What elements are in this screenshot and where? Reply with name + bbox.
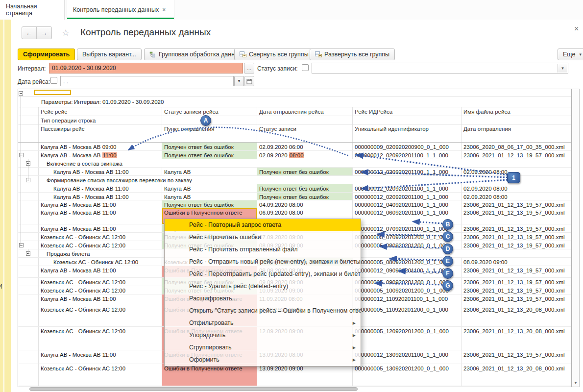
cell-filename[interactable]: 23006_2021_01_12_13_19_57_000.xml (462, 278, 572, 286)
cell-status[interactable]: Калуга АВ (162, 184, 257, 192)
cell-identifier[interactable]: 000000012_020920201100_1_1_000 (353, 193, 462, 200)
menu-item[interactable]: Оформить▶ (165, 354, 361, 366)
menu-item[interactable]: Рейс - Удалить рейс (deleted-entry) (165, 280, 361, 293)
table-row[interactable]: Калуга АВ - Москва АВ 11:00Получен ответ… (18, 151, 571, 159)
menu-item[interactable]: Отфильтровать▶ (165, 317, 361, 329)
cell-filename[interactable]: 02.09.2020 08:00 (462, 184, 572, 192)
cell-flight[interactable]: Козельск АС - Обнинск АС 12:00 (39, 233, 162, 241)
cell-filename[interactable]: 23006_2021_01_12_13_19_57_000.xml (462, 286, 572, 294)
collapse-toggle[interactable] (19, 153, 24, 157)
cell-departure[interactable]: Получен ответ без ошибок (257, 168, 353, 175)
cell-filename[interactable]: 23006_2021_01_12_13_19_57_000.xml (462, 241, 572, 249)
cell-flight[interactable]: Калуга АВ - Москва АВ 11:00 (39, 184, 162, 192)
more-button[interactable]: Еще ▾ (558, 49, 583, 60)
favorite-star-icon[interactable]: ☆ (62, 27, 70, 38)
cell-flight[interactable]: Калуга АВ - Москва АВ 09:00 (39, 143, 162, 150)
back-arrow-icon[interactable]: ← (22, 27, 37, 39)
cell-flight[interactable]: Козельск АС - Обнинск АС 12:00 (39, 258, 162, 266)
cell-identifier[interactable]: 000000005_120920201200_0_1_000 (353, 327, 462, 350)
table-row[interactable]: Калуга АВ - Москва АВ 11:00Калуга АВПолу… (18, 184, 571, 193)
col-header[interactable]: Пассажиры рейс (39, 124, 162, 142)
col-header[interactable]: Имя файла рейса (462, 107, 572, 116)
table-row[interactable]: Козельск АС - Обнинск АС 12:00Ошибки в П… (18, 364, 571, 386)
tab-home[interactable]: Начальная страница (0, 0, 65, 20)
vertical-scrollbar[interactable]: ▼ (572, 89, 580, 387)
cell-identifier[interactable]: 000000009_020920200900_0_1_000 (353, 143, 462, 150)
cell-filename[interactable]: 23006_2021_01_12_13_19_57_000.xml (462, 294, 572, 305)
cell-flight[interactable]: Козельск АС - Обнинск АС 12:00 (39, 278, 162, 286)
flight-date-input[interactable]: . . (60, 76, 234, 86)
group-row[interactable]: Включение в состав экипажа (18, 159, 571, 168)
menu-item[interactable]: Рейс - Прочитать отправленный файл (165, 244, 361, 256)
cell-identifier[interactable]: 000000012_020920201100_1_1_000 (353, 184, 462, 192)
menu-item[interactable]: Открыть "Статус записи рейса = Ошибки в … (165, 305, 361, 317)
menu-item[interactable]: Рейс - Переотправить рейс (updated-entry… (165, 268, 361, 280)
col-header[interactable]: Статус записи (257, 124, 353, 142)
group-processing-button[interactable]: Групповая обработка данных (144, 49, 247, 60)
cell-filename[interactable]: 23006_2021_01_12_13_20_08_000.xml (462, 364, 572, 386)
cell-filename[interactable]: 23006_2021_01_12_13_20_08_000.xml (462, 327, 572, 350)
table-row[interactable]: Калуга АВ - Москва АВ 11:00Калуга АВПолу… (18, 193, 571, 200)
cell-identifier[interactable]: 000000005_130920201200_0_1_000 (353, 364, 462, 386)
expand-all-button[interactable]: Развернуть все группы (310, 49, 395, 60)
cell-departure[interactable]: Получен ответ без ошибок (257, 184, 353, 192)
cell-flight[interactable]: Калуга АВ - Москва АВ 11:00 (39, 151, 162, 159)
cell-departure[interactable]: Получен ответ без ошибок (257, 193, 353, 200)
flight-date-checkbox[interactable] (50, 77, 57, 84)
tab-control-data[interactable]: Контроль переданных данных × (67, 0, 174, 20)
col-header[interactable]: Дата отправления рейса (257, 107, 353, 116)
cell-flight[interactable]: Козельск АС - Обнинск АС 12:00 (39, 364, 162, 386)
cell-status[interactable]: Ошибки в Полученном ответе (162, 364, 257, 386)
cell-flight[interactable]: Калуга АВ - Москва АВ 11:00 (39, 208, 162, 224)
tab-close-icon[interactable]: × (162, 6, 166, 13)
cell-flight[interactable]: Калуга АВ - Москва АВ 11:00 (39, 193, 162, 200)
interval-input[interactable]: 01.09.2020 - 30.09.2020 (49, 63, 243, 74)
flight-date-calendar-button[interactable] (244, 76, 254, 86)
menu-item[interactable]: Рейс - Прочитать ошибки (165, 231, 361, 244)
cell-filename[interactable]: 23006_2021_01_12_13_19_57_000.xml (462, 266, 572, 277)
col-header[interactable]: Уникальный идентификатор (353, 124, 462, 142)
table-row[interactable]: Калуга АВ - Москва АВ 09:00Получен ответ… (18, 143, 571, 151)
cell-flight[interactable]: Калуга АВ - Москва АВ 11:00 (39, 168, 162, 175)
cell-flight[interactable]: Калуга АВ - Москва АВ 11:00 (39, 224, 162, 232)
cell-flight[interactable]: Козельск АС - Обнинск АС 12:00 (39, 286, 162, 294)
cell-filename[interactable]: 23006_2021_01_12_13_19_57_000.xml (462, 208, 572, 224)
cell-flight[interactable]: Калуга АВ - Москва АВ 11:00 (39, 200, 162, 208)
cell-flight[interactable]: Калуга АВ - Москва АВ 11:00 (39, 294, 162, 305)
close-form-icon[interactable]: × (574, 24, 579, 33)
col-header[interactable]: Рейс ИДРейса (353, 107, 462, 116)
cell-flight[interactable]: Калуга АВ - Москва АВ 11:00 (39, 266, 162, 277)
flight-date-dropdown-button[interactable]: ▼ (234, 76, 244, 86)
menu-item[interactable]: Упорядочить▶ (165, 329, 361, 342)
cell-filename[interactable]: 23006_2021_01_12_13_20_08_000.xml (462, 305, 572, 326)
cell-status[interactable]: Получен ответ без ошибок (162, 151, 257, 159)
col-header[interactable]: Пункт отправления (162, 124, 257, 142)
cell-departure[interactable]: 13.09.2020 09:00 (257, 364, 353, 386)
table-row[interactable]: Калуга АВ - Москва АВ 11:00Получен ответ… (18, 200, 571, 208)
cell-filename[interactable]: 23006_2021_01_12_13_19_57_000.xml (462, 350, 572, 364)
cell-status[interactable]: Калуга АВ (162, 193, 257, 200)
cell-departure[interactable]: 02.09.2020 08:00 (257, 151, 353, 159)
cell-filename[interactable]: 23006_2021_01_12_13_19_57_000.xml (462, 151, 572, 159)
cell-identifier[interactable]: 000000012_130920201100_1_1_000 (353, 350, 462, 364)
col-header[interactable]: Дата отправления (462, 124, 572, 142)
cell-identifier[interactable]: 000000012_040920201100_1_1_000 (353, 200, 462, 208)
cell-filename[interactable]: 23006_2021_01_12_13_19_57_000.xml (462, 224, 572, 232)
cell-identifier[interactable]: 000000012_020920201100_1_1_000 (353, 151, 462, 159)
status-filter-checkbox[interactable] (302, 64, 309, 71)
cell-flight[interactable]: Калуга АВ - Москва АВ 11:00 (39, 350, 162, 364)
cell-identifier[interactable]: 000000005_110920201200_0_1_000 (353, 305, 462, 326)
combo-dropdown-icon[interactable]: ▼ (558, 64, 567, 73)
generate-button[interactable]: Сформировать (18, 49, 75, 60)
menu-item[interactable]: Рейс - Повторный запрос ответа (165, 219, 361, 231)
scroll-down-icon[interactable]: ▼ (574, 381, 578, 385)
cell-departure[interactable]: 04.09.2020 08:00 (257, 200, 353, 208)
horizontal-scrollbar-thumb[interactable] (29, 387, 358, 391)
cell-filename[interactable]: 23006_2020_08_06_17_00_35_000.xml (462, 143, 572, 150)
status-filter-combo[interactable]: ▼ (312, 63, 568, 74)
choose-variant-button[interactable]: Выбрать вариант... (77, 49, 142, 60)
forward-arrow-icon[interactable]: → (37, 27, 51, 39)
cell-status[interactable]: Получен ответ без ошибок (162, 200, 257, 208)
interval-picker-button[interactable]: ... (244, 63, 254, 74)
menu-item[interactable]: Сгруппировать▶ (165, 342, 361, 354)
